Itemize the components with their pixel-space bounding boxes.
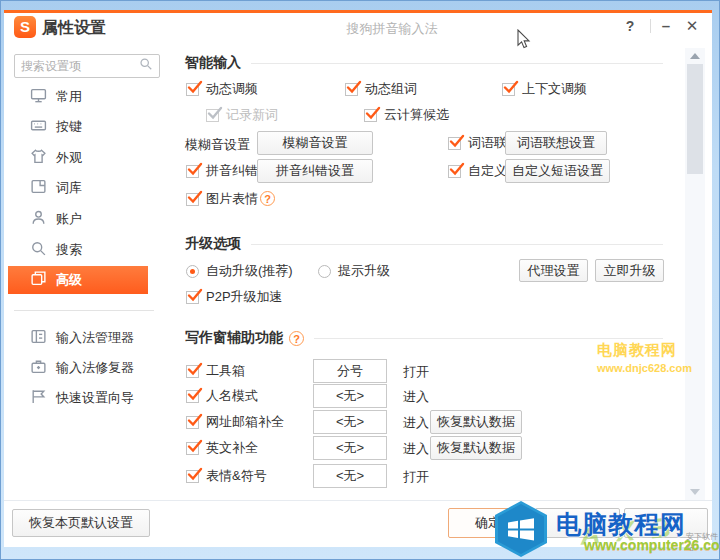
checkbox-checked-icon <box>186 291 199 304</box>
radio-auto-upgrade[interactable]: 自动升级(推荐) <box>186 261 293 281</box>
radio-label: 自动升级(推荐) <box>206 262 293 280</box>
sidebar-item-label: 搜索 <box>56 241 82 259</box>
proxy-settings-button[interactable]: 代理设置 <box>519 259 588 282</box>
ok-button[interactable]: 确定 <box>448 508 528 538</box>
apply-button[interactable] <box>624 508 708 538</box>
word-assoc-settings-button[interactable]: 词语联想设置 <box>505 131 607 155</box>
checkbox-dynamic-freq[interactable]: 动态调频 <box>186 79 258 99</box>
checkbox-name-mode[interactable]: 人名模式 <box>186 386 258 406</box>
action-text: 进入 <box>403 440 429 458</box>
close-button[interactable]: ✕ <box>682 15 702 37</box>
checkbox-label: 图片表情 <box>206 190 258 208</box>
section-title: 升级选项 <box>185 235 241 253</box>
restore-default-data-button[interactable]: 恢复默认数据 <box>430 436 522 460</box>
checkbox-checked-icon <box>186 470 199 483</box>
checkbox-label: 上下文调频 <box>522 80 587 98</box>
flag-icon <box>30 388 47 408</box>
checkbox-context-freq[interactable]: 上下文调频 <box>502 79 587 99</box>
help-button[interactable]: ? <box>620 15 640 37</box>
checkbox-checked-disabled-icon <box>206 109 219 122</box>
section-divider <box>251 63 663 64</box>
checkbox-label: 记录新词 <box>226 106 278 124</box>
sidebar-item-label: 输入法管理器 <box>56 329 134 347</box>
sidebar-item-label: 账户 <box>56 210 82 228</box>
sidebar-item-label: 输入法修复器 <box>56 359 134 377</box>
checkbox-label: 网址邮箱补全 <box>206 413 284 431</box>
custom-phrase-settings-button[interactable]: 自定义短语设置 <box>505 159 610 183</box>
checkbox-picture-emoji[interactable]: 图片表情 <box>186 189 258 209</box>
checkbox-label: 人名模式 <box>206 387 258 405</box>
section-title: 智能输入 <box>185 54 241 72</box>
action-text: 打开 <box>403 468 429 486</box>
checkbox-english-complete[interactable]: 英文补全 <box>186 438 258 458</box>
scrollbar-thumb[interactable] <box>687 64 703 174</box>
action-text: 进入 <box>403 414 429 432</box>
restore-default-data-button[interactable]: 恢复默认数据 <box>430 410 522 434</box>
checkbox-checked-icon <box>186 390 199 403</box>
sidebar-item-account[interactable]: 账户 <box>8 205 148 233</box>
scroll-down-arrow-icon[interactable] <box>687 486 703 498</box>
section-header-upgrade: 升级选项 <box>185 235 663 253</box>
help-circle-icon[interactable]: ? <box>260 191 275 206</box>
sidebar-item-keys[interactable]: 按键 <box>8 113 148 141</box>
checkbox-url-email-complete[interactable]: 网址邮箱补全 <box>186 412 284 432</box>
scrollbar[interactable] <box>685 48 705 500</box>
reset-page-defaults-button[interactable]: 恢复本页默认设置 <box>12 509 150 537</box>
english-shortcut-select[interactable]: <无> <box>313 436 387 460</box>
dictionary-icon <box>30 178 47 198</box>
checkbox-pinyin-correct[interactable]: 拼音纠错 <box>186 161 258 181</box>
scroll-up-arrow-icon[interactable] <box>687 50 703 62</box>
sidebar-item-label: 按键 <box>56 118 82 136</box>
url-email-shortcut-select[interactable]: <无> <box>313 410 387 434</box>
search-input[interactable] <box>21 59 139 73</box>
titlebar-separator <box>650 19 651 33</box>
sidebar-item-lexicon[interactable]: 词库 <box>8 174 148 202</box>
sidebar-item-common[interactable]: 常用 <box>8 83 148 111</box>
checkbox-label: 动态调频 <box>206 80 258 98</box>
checkbox-emoji-symbol[interactable]: 表情&符号 <box>186 466 267 486</box>
sidebar-divider <box>14 310 154 311</box>
checkbox-checked-icon <box>448 165 461 178</box>
monitor-icon <box>30 87 47 107</box>
manager-icon <box>30 328 47 348</box>
minimize-button[interactable]: – <box>656 15 676 37</box>
radio-prompt-upgrade[interactable]: 提示升级 <box>318 261 390 281</box>
fuzzy-label: 模糊音设置 <box>185 136 250 154</box>
checkbox-checked-icon <box>186 416 199 429</box>
search-box <box>14 54 160 78</box>
checkbox-label: P2P升级加速 <box>206 288 283 306</box>
radio-unselected-icon <box>318 265 331 278</box>
toolbox-icon <box>30 358 47 378</box>
sidebar-item-label: 快速设置向导 <box>56 389 134 407</box>
sidebar-item-quick-wizard[interactable]: 快速设置向导 <box>8 384 148 412</box>
checkbox-record-new-words: 记录新词 <box>206 105 278 125</box>
checkbox-cloud-candidates[interactable]: 云计算候选 <box>364 105 449 125</box>
help-circle-icon[interactable]: ? <box>289 331 304 346</box>
section-divider <box>314 338 663 339</box>
toolbox-shortcut-select[interactable]: 分号 <box>313 359 387 383</box>
cancel-button[interactable] <box>535 508 620 538</box>
checkbox-label: 拼音纠错 <box>206 162 258 180</box>
checkbox-dynamic-compose[interactable]: 动态组词 <box>345 79 417 99</box>
radio-selected-icon <box>186 265 199 278</box>
page-title: 属性设置 <box>42 18 106 39</box>
search-icon <box>139 57 153 75</box>
checkbox-toolbox[interactable]: 工具箱 <box>186 361 245 381</box>
emoji-shortcut-select[interactable]: <无> <box>313 464 387 488</box>
checkbox-checked-icon <box>186 165 199 178</box>
sidebar-item-ime-manager[interactable]: 输入法管理器 <box>8 324 148 352</box>
name-mode-shortcut-select[interactable]: <无> <box>313 384 387 408</box>
section-title: 写作窗辅助功能 <box>185 329 283 347</box>
fuzzy-settings-button[interactable]: 模糊音设置 <box>257 131 373 155</box>
checkbox-checked-icon <box>448 137 461 150</box>
sidebar-item-appearance[interactable]: 外观 <box>8 144 148 172</box>
section-header-writing: 写作窗辅助功能 ? <box>185 329 663 347</box>
upgrade-now-button[interactable]: 立即升级 <box>595 259 664 282</box>
sidebar-item-search[interactable]: 搜索 <box>8 236 148 264</box>
sidebar-item-ime-repair[interactable]: 输入法修复器 <box>8 354 148 382</box>
checkbox-p2p-upgrade[interactable]: P2P升级加速 <box>186 287 283 307</box>
pinyin-correct-settings-button[interactable]: 拼音纠错设置 <box>257 159 373 183</box>
radio-label: 提示升级 <box>338 262 390 280</box>
sidebar-item-label: 高级 <box>56 271 82 289</box>
sidebar-item-advanced[interactable]: 高级 <box>8 266 148 294</box>
